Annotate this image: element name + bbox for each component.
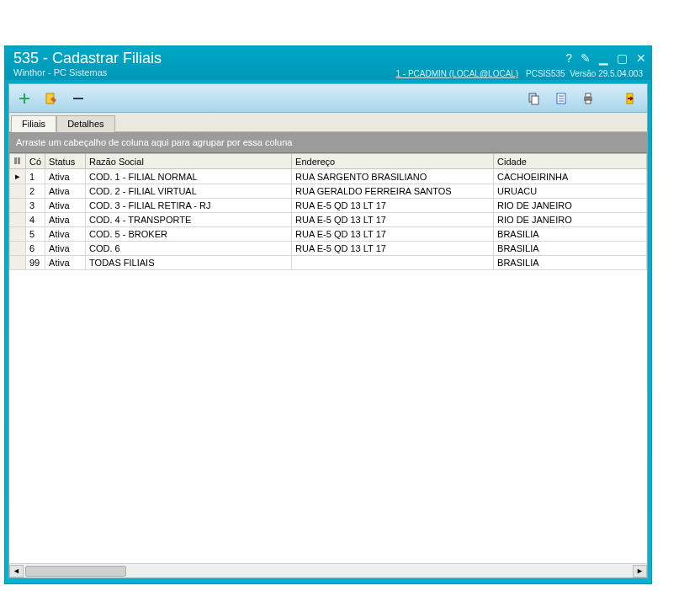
cell-razao[interactable]: COD. 3 - FILIAL RETIRA - RJ	[86, 199, 292, 213]
add-button[interactable]	[14, 88, 34, 109]
tab-detalhes[interactable]: Detalhes	[56, 115, 114, 132]
svg-rect-9	[586, 93, 591, 97]
svg-rect-3	[532, 96, 538, 104]
cell-cidade[interactable]: URUACU	[494, 184, 647, 199]
cell-cod[interactable]: 3	[26, 199, 45, 213]
cell-razao[interactable]: TODAS FILIAIS	[86, 256, 292, 270]
table-row[interactable]: 5AtivaCOD. 5 - BROKERRUA E-5 QD 13 LT 17…	[10, 227, 647, 242]
table-row[interactable]: 2AtivaCOD. 2 - FILIAL VIRTUALRUA GERALDO…	[10, 184, 647, 199]
cell-status[interactable]: Ativa	[45, 199, 86, 213]
scroll-right-arrow[interactable]: ►	[633, 565, 647, 578]
cell-endereco[interactable]: RUA E-5 QD 13 LT 17	[292, 199, 494, 213]
grid-container: Arraste um cabeçalho de coluna aqui para…	[9, 132, 647, 578]
header-row: Có Status Razão Social Endereço Cidade	[10, 154, 647, 169]
cell-status[interactable]: Ativa	[45, 242, 86, 256]
cell-cod[interactable]: 99	[26, 256, 45, 270]
scroll-track[interactable]	[24, 565, 633, 578]
copy-button[interactable]	[524, 88, 544, 109]
cell-cidade[interactable]: BRASILIA	[494, 242, 647, 256]
cell-razao[interactable]: COD. 6	[86, 242, 292, 256]
exit-button[interactable]	[622, 88, 642, 109]
data-grid[interactable]: Có Status Razão Social Endereço Cidade ▸…	[9, 153, 647, 563]
app-window: 535 - Cadastrar Filiais Winthor - PC Sis…	[4, 45, 652, 584]
printer-icon	[581, 92, 595, 105]
cell-razao[interactable]: COD. 4 - TRANSPORTE	[86, 213, 292, 227]
cell-status[interactable]: Ativa	[45, 227, 86, 242]
module-info: PCSIS535	[526, 69, 565, 78]
remove-button[interactable]	[68, 88, 88, 109]
cell-endereco[interactable]: RUA E-5 QD 13 LT 17	[292, 227, 494, 242]
cell-cod[interactable]: 2	[26, 184, 45, 199]
version-info: Versão 29.5.04.003	[570, 69, 643, 78]
svg-rect-10	[586, 100, 591, 104]
col-razao[interactable]: Razão Social	[86, 154, 292, 169]
document-edit-icon	[45, 92, 58, 105]
window-controls: ? ✎ ▁ ▢ ✕	[565, 51, 646, 65]
tab-filiais[interactable]: Filiais	[11, 115, 56, 132]
maximize-icon[interactable]: ▢	[617, 51, 628, 65]
indicator-header-icon	[13, 157, 22, 165]
print-button[interactable]	[578, 88, 598, 109]
cell-status[interactable]: Ativa	[45, 184, 86, 199]
table-row[interactable]: 6AtivaCOD. 6RUA E-5 QD 13 LT 17BRASILIA	[10, 242, 647, 256]
notes-button[interactable]	[551, 88, 571, 109]
cell-cidade[interactable]: RIO DE JANEIRO	[494, 213, 647, 227]
svg-rect-12	[14, 157, 17, 164]
row-indicator-cell	[10, 213, 26, 227]
cell-endereco[interactable]	[292, 256, 494, 270]
cell-razao[interactable]: COD. 5 - BROKER	[86, 227, 292, 242]
client-area: Filiais Detalhes Arraste um cabeçalho de…	[8, 83, 648, 578]
horizontal-scrollbar[interactable]: ◄ ►	[9, 563, 647, 578]
cell-endereco[interactable]: RUA GERALDO FERREIRA SANTOS	[292, 184, 494, 199]
cell-endereco[interactable]: RUA E-5 QD 13 LT 17	[292, 242, 494, 256]
titlebar: 535 - Cadastrar Filiais Winthor - PC Sis…	[5, 46, 651, 80]
cell-cod[interactable]: 1	[26, 169, 45, 184]
row-indicator-cell	[10, 242, 26, 256]
col-cod[interactable]: Có	[26, 154, 45, 169]
edit-window-icon[interactable]: ✎	[581, 51, 591, 65]
cell-cidade[interactable]: CACHOEIRINHA	[494, 169, 647, 184]
row-indicator-cell	[10, 199, 26, 213]
col-endereco[interactable]: Endereço	[292, 154, 494, 169]
cell-endereco[interactable]: RUA SARGENTO BRASILIANO	[292, 169, 494, 184]
notepad-icon	[554, 92, 568, 105]
cell-cidade[interactable]: BRASILIA	[494, 256, 647, 270]
cell-cidade[interactable]: BRASILIA	[494, 227, 647, 242]
table-row[interactable]: ▸1AtivaCOD. 1 - FILIAL NORMALRUA SARGENT…	[10, 169, 647, 184]
help-icon[interactable]: ?	[565, 51, 572, 65]
cell-status[interactable]: Ativa	[45, 169, 86, 184]
filiais-table: Có Status Razão Social Endereço Cidade ▸…	[9, 153, 647, 270]
cell-razao[interactable]: COD. 1 - FILIAL NORMAL	[86, 169, 292, 184]
cell-razao[interactable]: COD. 2 - FILIAL VIRTUAL	[86, 184, 292, 199]
cell-endereco[interactable]: RUA E-5 QD 13 LT 17	[292, 213, 494, 227]
copy-icon	[528, 92, 541, 105]
col-status[interactable]: Status	[45, 154, 86, 169]
cell-cod[interactable]: 6	[26, 242, 45, 256]
row-indicator-cell	[10, 256, 26, 270]
close-icon[interactable]: ✕	[636, 51, 646, 65]
col-cidade[interactable]: Cidade	[494, 154, 647, 169]
table-row[interactable]: 4AtivaCOD. 4 - TRANSPORTERUA E-5 QD 13 L…	[10, 213, 647, 227]
plus-icon	[18, 92, 31, 105]
cell-status[interactable]: Ativa	[45, 213, 86, 227]
table-row[interactable]: 99AtivaTODAS FILIAISBRASILIA	[10, 256, 647, 270]
cell-cod[interactable]: 5	[26, 227, 45, 242]
cell-cod[interactable]: 4	[26, 213, 45, 227]
svg-rect-1	[73, 98, 83, 99]
minimize-icon[interactable]: ▁	[599, 51, 608, 65]
minus-icon	[72, 92, 85, 105]
cell-status[interactable]: Ativa	[45, 256, 86, 270]
scroll-thumb[interactable]	[25, 566, 126, 577]
table-row[interactable]: 3AtivaCOD. 3 - FILIAL RETIRA - RJRUA E-5…	[10, 199, 647, 213]
cell-cidade[interactable]: RIO DE JANEIRO	[494, 199, 647, 213]
scroll-left-arrow[interactable]: ◄	[9, 565, 24, 578]
tab-strip: Filiais Detalhes	[9, 113, 647, 132]
svg-rect-13	[18, 157, 20, 164]
login-info[interactable]: 1 - PCADMIN (LOCAL@LOCAL)	[395, 69, 518, 78]
toolbar	[9, 84, 647, 113]
group-by-hint[interactable]: Arraste um cabeçalho de coluna aqui para…	[9, 132, 647, 153]
window-title: 535 - Cadastrar Filiais	[13, 50, 643, 67]
row-indicator-cell	[10, 184, 26, 199]
edit-button[interactable]	[41, 88, 61, 109]
col-indicator[interactable]	[10, 154, 26, 169]
